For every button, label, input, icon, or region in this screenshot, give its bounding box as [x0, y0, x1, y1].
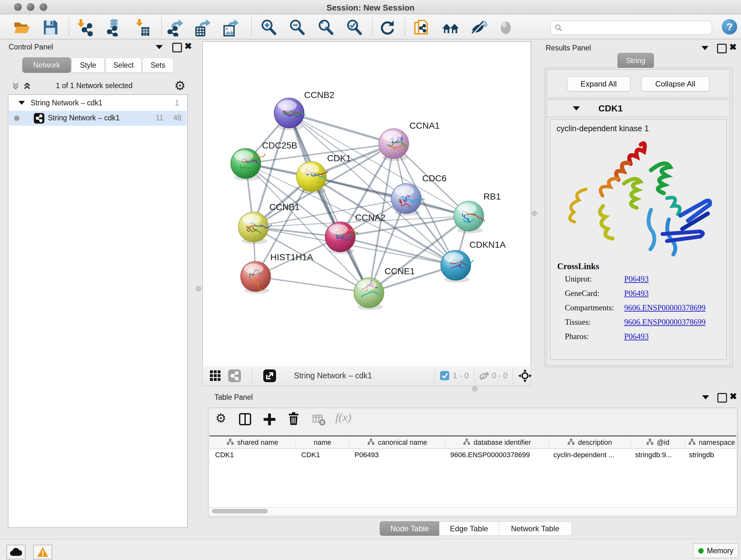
expand-all-networks-icon[interactable] — [23, 82, 31, 91]
float-panel-icon[interactable] — [702, 395, 709, 399]
save-session-icon[interactable] — [42, 18, 59, 37]
column-header-shared-name[interactable]: shared name — [209, 436, 296, 449]
warnings-button[interactable] — [33, 545, 52, 559]
clone-network-icon[interactable] — [413, 18, 431, 37]
tab-edge-table[interactable]: Edge Table — [439, 521, 499, 536]
tab-select[interactable]: Select — [105, 57, 142, 73]
zoom-selected-icon[interactable] — [345, 18, 363, 37]
column-header-label: name — [314, 438, 331, 447]
undock-panel-icon[interactable] — [717, 44, 727, 53]
column-header-description[interactable]: description — [549, 436, 631, 449]
collapse-all-networks-icon[interactable] — [11, 82, 20, 91]
zoom-out-icon[interactable] — [288, 18, 306, 37]
network-collection-row[interactable]: String Network – cdk1 1 — [9, 96, 187, 111]
column-header-namespace[interactable]: namespace — [685, 436, 738, 449]
search-input[interactable] — [550, 21, 712, 35]
crosslink-value-link[interactable]: P06493 — [624, 289, 649, 298]
collapse-protein-icon[interactable] — [573, 106, 580, 111]
protein-header-row[interactable]: CDK1 — [547, 100, 730, 117]
column-header-database-identifier[interactable]: database identifier — [446, 436, 549, 449]
crosslink-value-link[interactable]: P06493 — [624, 274, 649, 284]
tab-sets[interactable]: Sets — [142, 57, 174, 73]
column-header-canonical-name[interactable]: canonical name — [349, 436, 446, 449]
network-options-gear-icon[interactable]: ⚙ — [174, 78, 186, 93]
network-node-ccna1[interactable] — [379, 129, 409, 161]
network-row-selected[interactable]: String Network – cdk1 11 48 — [9, 111, 187, 126]
crosslink-value-link[interactable]: P06493 — [624, 332, 649, 341]
network-node-ccne1[interactable] — [354, 278, 384, 310]
selected-checkbox-icon[interactable] — [440, 371, 449, 381]
network-label: String Network – cdk1 — [48, 114, 120, 122]
import-network-from-database-icon[interactable] — [103, 18, 121, 37]
export-image-icon[interactable] — [222, 18, 240, 37]
column-header-name[interactable]: name — [296, 436, 349, 449]
network-share-view-icon[interactable] — [228, 369, 241, 383]
network-graph[interactable]: CCNB2CCNA1CDC25BCDK1CDC6RB1CCNB1CCNA2HIS… — [203, 42, 531, 366]
delete-column-trash-icon[interactable] — [286, 411, 302, 427]
network-node-ccna2[interactable] — [325, 222, 358, 254]
zoom-fit-icon[interactable] — [317, 18, 335, 37]
right-splitter-handle[interactable] — [532, 211, 537, 216]
network-node-rb1[interactable] — [454, 201, 485, 233]
collapse-all-button[interactable]: Collapse All — [641, 76, 710, 91]
close-panel-icon[interactable]: ✖ — [185, 43, 192, 50]
tab-node-table[interactable]: Node Table — [380, 521, 440, 536]
scrollbar-thumb[interactable] — [212, 509, 268, 513]
tab-style[interactable]: Style — [71, 57, 105, 73]
show-columns-icon[interactable] — [238, 412, 254, 428]
open-session-icon[interactable] — [13, 18, 30, 37]
table-row[interactable]: CDK1CDK1P064939606.ENSP00000378699cyclin… — [209, 449, 736, 461]
memory-status-icon — [698, 548, 704, 554]
undock-panel-icon[interactable] — [172, 43, 182, 52]
show-graphics-details-icon[interactable] — [497, 18, 515, 37]
float-panel-icon[interactable] — [701, 46, 709, 50]
table-cell[interactable]: 9606.ENSP00000378699 — [445, 449, 548, 461]
network-edge[interactable] — [256, 276, 369, 293]
table-cell[interactable]: CDK1 — [209, 449, 295, 461]
network-view-canvas[interactable]: CCNB2CCNA1CDC25BCDK1CDC6RB1CCNB1CCNA2HIS… — [202, 42, 531, 367]
expand-all-button[interactable]: Expand All — [567, 76, 630, 91]
float-panel-icon[interactable] — [156, 45, 163, 49]
network-node-hist1h1a[interactable] — [241, 261, 271, 294]
memory-button[interactable]: Memory — [693, 543, 738, 558]
help-button[interactable]: ? — [722, 19, 737, 35]
tab-string[interactable]: String — [617, 53, 654, 68]
export-table-icon[interactable] — [194, 18, 212, 37]
network-edge[interactable] — [289, 113, 394, 144]
column-header--id[interactable]: @id — [631, 436, 685, 449]
network-node-cdc25b[interactable] — [231, 148, 265, 181]
hidden-elements-eye-icon[interactable] — [478, 370, 490, 383]
network-node-cdkn1a[interactable] — [441, 250, 473, 283]
grid-view-icon[interactable] — [210, 370, 221, 383]
homes-icon[interactable] — [442, 18, 460, 37]
pan-crosshair-icon[interactable] — [518, 369, 532, 384]
close-panel-icon[interactable]: ✖ — [730, 393, 737, 400]
zoom-in-icon[interactable] — [260, 18, 278, 37]
left-splitter-handle[interactable] — [196, 286, 201, 291]
network-node-cdk1[interactable] — [296, 162, 328, 194]
crosslink-value-link[interactable]: 9606.ENSP00000378699 — [624, 303, 705, 312]
export-network-icon[interactable] — [166, 18, 185, 37]
table-cell[interactable]: stringdb:9... — [629, 449, 683, 461]
add-column-icon[interactable] — [262, 412, 278, 428]
table-cell[interactable]: cyclin-dependent ... — [548, 449, 629, 461]
network-edge[interactable] — [289, 113, 369, 293]
table-cell[interactable]: stringdb — [683, 449, 736, 461]
close-panel-icon[interactable]: ✖ — [729, 44, 737, 51]
table-cell[interactable]: CDK1 — [295, 449, 349, 461]
import-table-icon[interactable] — [133, 18, 151, 37]
hide-graphics-details-icon[interactable] — [469, 18, 487, 37]
tab-network-table[interactable]: Network Table — [498, 521, 572, 536]
crosslink-value-link[interactable]: 9606.ENSP00000378699 — [624, 318, 705, 327]
refresh-icon[interactable] — [379, 18, 396, 37]
import-network-file-icon[interactable] — [75, 18, 93, 37]
tab-network[interactable]: Network — [22, 57, 71, 73]
node-label-cdc25b: CDC25B — [262, 140, 297, 150]
cloud-button[interactable] — [6, 545, 25, 559]
table-cell[interactable]: P06493 — [349, 449, 445, 461]
collection-expand-icon[interactable] — [18, 101, 25, 105]
horizontal-scrollbar[interactable] — [209, 507, 736, 515]
undock-panel-icon[interactable] — [718, 393, 727, 402]
birdseye-view-icon[interactable] — [263, 369, 276, 383]
table-options-gear-icon[interactable]: ⚙ — [215, 411, 231, 427]
